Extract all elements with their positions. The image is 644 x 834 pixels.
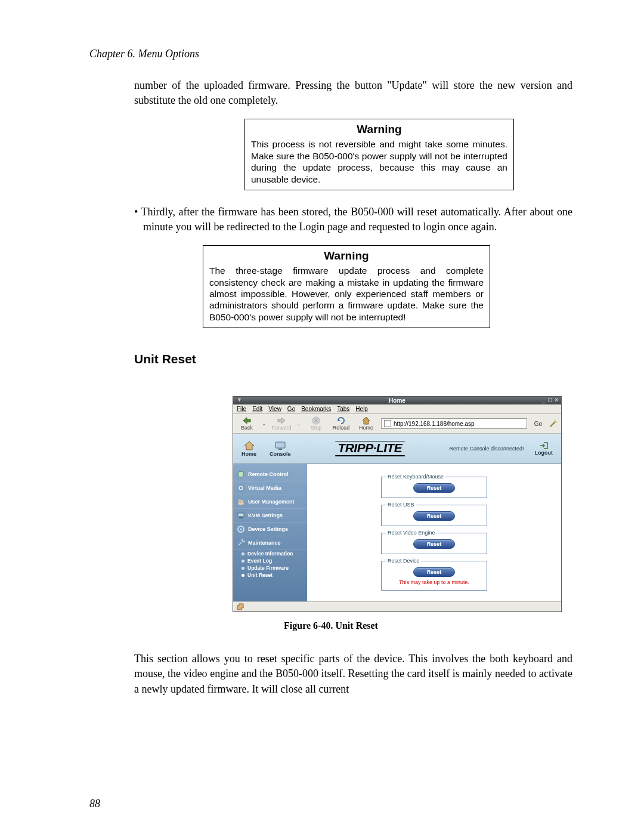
back-icon	[242, 416, 252, 425]
svg-point-18	[240, 529, 242, 530]
chapter-header: Chapter 6. Menu Options	[89, 48, 572, 60]
app-header: Home Console TRIPP·LITE Remote Console d…	[233, 434, 561, 464]
go-button[interactable]: Go	[532, 421, 544, 427]
svg-point-5	[554, 420, 555, 421]
logout-button[interactable]: Logout	[535, 441, 553, 456]
back-button[interactable]: Back	[237, 416, 257, 431]
bullet-paragraph: Thirdly, after the firmware has been sto…	[134, 205, 572, 234]
console-tab-icon	[274, 440, 287, 451]
logout-icon	[539, 441, 549, 450]
remote-console-status: Remote Console disconnected!	[449, 446, 524, 452]
sidebar-item-kvm-settings[interactable]: KVM Settings	[233, 509, 307, 523]
svg-rect-14	[238, 502, 244, 505]
svg-line-3	[550, 422, 555, 427]
forward-button: Forward	[271, 416, 292, 431]
reset-usb-group: Reset USB Reset	[381, 502, 487, 526]
warning-box-1: Warning This process is not reversible a…	[244, 119, 514, 190]
url-input[interactable]: http://192.168.1.188/home.asp	[381, 418, 527, 429]
sidebar-sub-device-information[interactable]: Device Information	[239, 550, 307, 557]
window-controls[interactable]: _ □ ×	[542, 397, 559, 403]
menu-edit[interactable]: Edit	[252, 406, 262, 412]
sidebar-item-user-management[interactable]: User Management	[233, 495, 307, 509]
svg-rect-15	[238, 513, 244, 517]
warning-title: Warning	[203, 246, 490, 264]
svg-point-6	[556, 422, 557, 422]
figure-caption: Figure 6-40. Unit Reset	[89, 620, 572, 631]
sidebar: Remote Control Virtual Media User Manage…	[233, 464, 307, 601]
svg-rect-16	[239, 517, 243, 518]
back-dropdown-icon[interactable]: ⌄	[262, 421, 267, 427]
svg-point-12	[239, 499, 241, 502]
legend-reset-keyboard-mouse: Reset Keyboard/Mouse	[386, 474, 445, 480]
maintenance-icon	[237, 539, 245, 547]
stop-button: Stop	[306, 416, 326, 431]
home-button[interactable]: Home	[356, 416, 376, 431]
sidebar-item-maintenance[interactable]: Maintenance	[233, 536, 307, 550]
header-tab-home[interactable]: Home	[242, 440, 256, 457]
sidebar-sub-update-firmware[interactable]: Update Firmware	[239, 564, 307, 572]
reset-device-group: Reset Device Reset This may take up to a…	[381, 558, 487, 591]
warning-title: Warning	[245, 119, 513, 137]
user-management-icon	[237, 498, 245, 506]
forward-dropdown-icon: ⌄	[296, 421, 301, 427]
reset-device-note: This may take up to a minute.	[386, 579, 482, 585]
device-settings-icon	[237, 525, 245, 533]
warning-body: The three-stage firmware update process …	[203, 264, 490, 328]
warning-box-2: Warning The three-stage firmware update …	[203, 245, 490, 328]
sidebar-sub-event-log[interactable]: Event Log	[239, 557, 307, 564]
reset-video-engine-group: Reset Video Engine Reset	[381, 530, 487, 554]
svg-point-4	[555, 421, 556, 422]
header-tab-console[interactable]: Console	[270, 440, 291, 457]
kvm-settings-icon	[237, 511, 245, 520]
menu-file[interactable]: File	[237, 406, 246, 412]
stop-icon	[311, 416, 321, 425]
svg-rect-8	[278, 449, 282, 450]
menu-tabs[interactable]: Tabs	[337, 406, 349, 412]
forward-icon	[277, 416, 286, 425]
section-heading-unit-reset: Unit Reset	[134, 352, 572, 366]
app-body: Remote Control Virtual Media User Manage…	[233, 464, 561, 601]
toolbar: Back ⌄ Forward ⌄ Stop Reload	[233, 414, 561, 434]
home-icon	[361, 416, 371, 425]
svg-point-11	[240, 487, 242, 489]
svg-point-9	[238, 471, 244, 477]
virtual-media-icon	[237, 484, 245, 492]
main-panel: Reset Keyboard/Mouse Reset Reset USB Res…	[307, 464, 561, 601]
wand-icon[interactable]	[549, 419, 558, 428]
sidebar-item-remote-control[interactable]: Remote Control	[233, 468, 307, 481]
sidebar-item-virtual-media[interactable]: Virtual Media	[233, 481, 307, 495]
reset-device-button[interactable]: Reset	[413, 567, 456, 577]
legend-reset-device: Reset Device	[386, 558, 421, 564]
reset-video-engine-button[interactable]: Reset	[413, 539, 456, 549]
window-titlebar: ▼ Home _ □ ×	[233, 397, 561, 404]
tripp-lite-logo: TRIPP·LITE	[335, 441, 404, 456]
reload-button[interactable]: Reload	[331, 416, 351, 431]
browser-window: ▼ Home _ □ × File Edit View Go Bookmarks…	[233, 396, 562, 612]
svg-point-13	[241, 500, 243, 502]
sidebar-item-device-settings[interactable]: Device Settings	[233, 523, 307, 536]
svg-rect-7	[275, 442, 285, 448]
statusbar-icon	[237, 603, 244, 610]
window-menu-icon[interactable]: ▼	[237, 397, 242, 403]
remote-control-icon	[237, 470, 245, 478]
home-tab-icon	[243, 440, 256, 451]
menu-view[interactable]: View	[268, 406, 281, 412]
menu-go[interactable]: Go	[287, 406, 295, 412]
menu-bookmarks[interactable]: Bookmarks	[301, 406, 331, 412]
browser-statusbar	[233, 601, 561, 611]
reset-keyboard-mouse-group: Reset Keyboard/Mouse Reset	[381, 474, 487, 498]
page-number: 88	[89, 798, 100, 810]
warning-body: This process is not reversible and might…	[245, 137, 513, 190]
legend-reset-video-engine: Reset Video Engine	[386, 530, 436, 536]
reset-keyboard-mouse-button[interactable]: Reset	[413, 483, 456, 493]
sidebar-sub-unit-reset[interactable]: Unit Reset	[239, 572, 307, 579]
outro-paragraph: This section allows you to reset specifi…	[134, 651, 572, 697]
legend-reset-usb: Reset USB	[386, 502, 416, 508]
menu-help[interactable]: Help	[355, 406, 368, 412]
intro-paragraph: number of the uploaded firmware. Pressin…	[134, 78, 572, 108]
window-title: Home	[389, 397, 405, 404]
sidebar-subitems: Device Information Event Log Update Firm…	[233, 550, 307, 579]
reload-icon	[336, 416, 346, 425]
reset-usb-button[interactable]: Reset	[413, 511, 456, 521]
menubar: File Edit View Go Bookmarks Tabs Help	[233, 404, 561, 414]
